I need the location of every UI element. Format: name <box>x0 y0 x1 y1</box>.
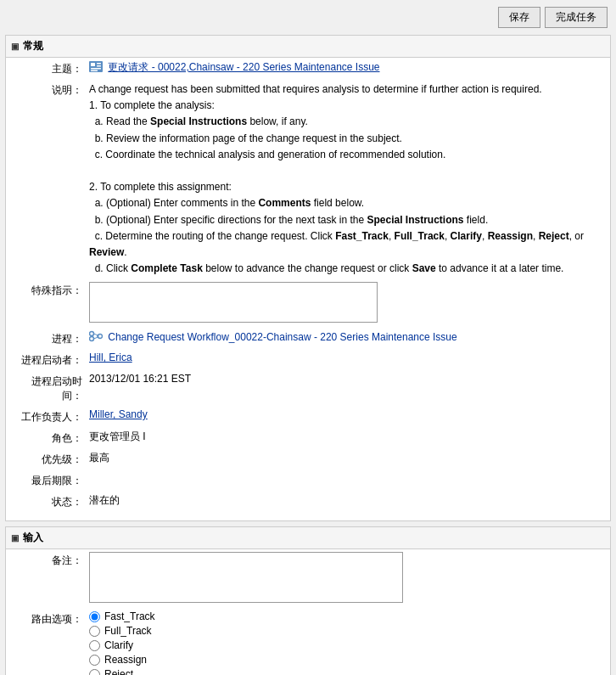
subject-row: 主题： 更改请求 - 00022,Chainsaw - 220 Series M… <box>6 58 610 79</box>
special-instructions-input[interactable] <box>89 282 378 323</box>
subject-label: 主题： <box>13 60 89 76</box>
process-row: 进程： Change Request Workflow_00022-Chains… <box>6 328 610 349</box>
svg-point-7 <box>90 337 94 341</box>
role-row: 角色： 更改管理员 I <box>6 427 610 448</box>
deadline-label: 最后期限： <box>13 472 89 488</box>
routing-option-fast-track: Fast_Track <box>89 610 603 622</box>
special-instructions-row: 特殊指示： <box>6 279 610 328</box>
special-instructions-label: 特殊指示： <box>13 282 89 298</box>
routing-label-full-track[interactable]: Full_Track <box>104 625 152 637</box>
input-section-header: ▣ 输入 <box>6 527 610 549</box>
process-start-time-value: 2013/12/01 16:21 EST <box>89 373 603 385</box>
general-section-title: 常规 <box>23 39 43 53</box>
routing-radio-reassign[interactable] <box>89 655 100 666</box>
svg-line-9 <box>94 334 98 335</box>
input-collapse-icon[interactable]: ▣ <box>11 533 19 543</box>
assignee-link[interactable]: Miller, Sandy <box>89 408 148 420</box>
description-label: 说明： <box>13 82 89 98</box>
comments-input[interactable] <box>89 552 403 603</box>
subject-value: 更改请求 - 00022,Chainsaw - 220 Series Maint… <box>89 60 603 75</box>
complete-task-button[interactable]: 完成任务 <box>545 7 608 28</box>
priority-row: 优先级： 最高 <box>6 448 610 470</box>
process-start-time-row: 进程启动时间： 2013/12/01 16:21 EST <box>6 370 610 406</box>
svg-point-8 <box>98 335 103 339</box>
routing-row: 路由选项： Fast_Track Full_Track Clarify Reas… <box>6 608 610 675</box>
description-value: A change request has been submitted that… <box>89 82 603 277</box>
routing-label-fast-track[interactable]: Fast_Track <box>104 610 155 622</box>
routing-option-clarify: Clarify <box>89 639 603 651</box>
routing-label-reject[interactable]: Reject <box>104 668 133 675</box>
save-button[interactable]: 保存 <box>498 7 540 28</box>
routing-option-reassign: Reassign <box>89 654 603 666</box>
general-section: ▣ 常规 主题： 更改请求 - 00022,Chainsaw - 220 Ser… <box>5 35 611 521</box>
process-initiator-label: 进程启动者： <box>13 352 89 368</box>
status-row: 状态： 潜在的 <box>6 491 610 512</box>
routing-radio-clarify[interactable] <box>89 640 100 651</box>
routing-options-container: Fast_Track Full_Track Clarify Reassign R… <box>89 610 603 675</box>
collapse-icon[interactable]: ▣ <box>11 42 19 51</box>
routing-radio-full-track[interactable] <box>89 626 100 637</box>
routing-option-full-track: Full_Track <box>89 625 603 637</box>
role-label: 角色： <box>13 430 89 446</box>
routing-radio-fast-track[interactable] <box>89 611 100 622</box>
svg-rect-3 <box>97 65 101 67</box>
routing-label: 路由选项： <box>13 610 89 627</box>
special-instructions-value <box>89 282 603 325</box>
process-link[interactable]: Change Request Workflow_00022-Chainsaw -… <box>108 331 456 343</box>
status-label: 状态： <box>13 493 89 509</box>
subject-link[interactable]: 更改请求 - 00022,Chainsaw - 220 Series Maint… <box>108 61 379 73</box>
process-initiator-link[interactable]: Hill, Erica <box>89 352 132 363</box>
process-icon <box>89 330 103 345</box>
svg-rect-4 <box>91 68 101 70</box>
process-initiator-row: 进程启动者： Hill, Erica <box>6 349 610 370</box>
assignee-value: Miller, Sandy <box>89 408 603 420</box>
comments-label: 备注： <box>13 552 89 568</box>
deadline-row: 最后期限： <box>6 470 610 491</box>
process-initiator-value: Hill, Erica <box>89 352 603 363</box>
input-section: ▣ 输入 备注： 路由选项： Fast_Track Full_Track <box>5 526 611 675</box>
routing-option-reject: Reject <box>89 668 603 675</box>
assignee-label: 工作负责人： <box>13 408 89 425</box>
comments-value <box>89 552 603 605</box>
svg-rect-1 <box>91 63 95 66</box>
general-section-header: ▣ 常规 <box>6 36 610 58</box>
routing-label-clarify[interactable]: Clarify <box>104 639 133 651</box>
process-label: 进程： <box>13 330 89 346</box>
process-start-time-label: 进程启动时间： <box>13 373 89 403</box>
process-value: Change Request Workflow_00022-Chainsaw -… <box>89 330 603 345</box>
status-value: 潜在的 <box>89 493 603 508</box>
priority-label: 优先级： <box>13 451 89 467</box>
top-bar: 保存 完成任务 <box>0 0 616 35</box>
routing-label-reassign[interactable]: Reassign <box>104 654 147 666</box>
subject-icon <box>89 61 103 75</box>
svg-line-10 <box>94 337 98 339</box>
priority-value: 最高 <box>89 451 603 465</box>
input-section-title: 输入 <box>23 531 43 545</box>
description-row: 说明： A change request has been submitted … <box>6 79 610 279</box>
svg-rect-5 <box>91 70 98 71</box>
routing-radio-reject[interactable] <box>89 669 100 675</box>
role-value: 更改管理员 I <box>89 430 603 444</box>
svg-rect-2 <box>97 63 101 65</box>
assignee-row: 工作负责人： Miller, Sandy <box>6 406 610 427</box>
routing-options: Fast_Track Full_Track Clarify Reassign R… <box>89 610 603 675</box>
comments-row: 备注： <box>6 549 610 608</box>
svg-point-6 <box>90 332 94 336</box>
